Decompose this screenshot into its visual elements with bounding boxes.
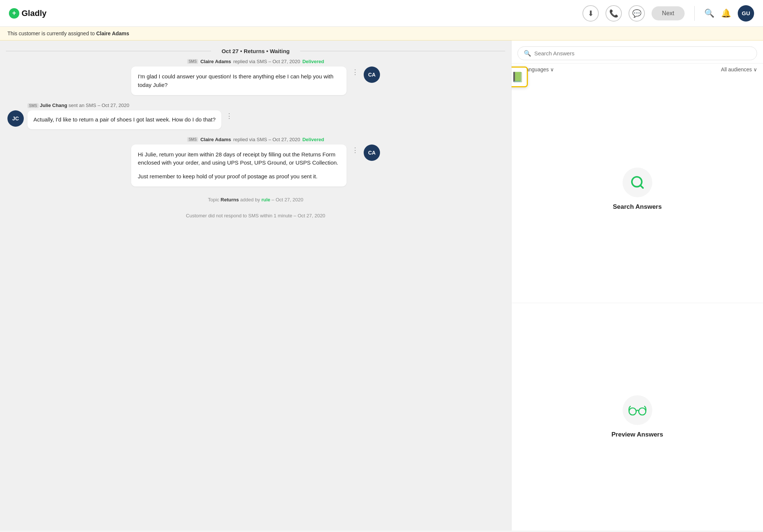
preview-icon — [623, 395, 652, 425]
message-more-btn-1[interactable]: ⋮ — [350, 66, 360, 78]
agent-name-1: Claire Adams — [200, 59, 231, 64]
system-message-2: Customer did not respond to SMS within 1… — [7, 213, 504, 218]
preview-title: Preview Answers — [611, 431, 663, 438]
topic-name: Returns — [221, 197, 239, 202]
svg-point-2 — [629, 408, 636, 415]
message-more-btn-2[interactable]: ⋮ — [224, 110, 234, 121]
svg-line-1 — [640, 185, 643, 188]
reply-header-3: SMS Claire Adams replied via SMS – Oct 2… — [7, 137, 504, 142]
agent-name-3: Claire Adams — [200, 137, 231, 142]
search-icon-answers: 🔍 — [524, 50, 531, 57]
messages-container: SMS Claire Adams replied via SMS – Oct 2… — [0, 59, 511, 227]
chat-icon: 💬 — [632, 9, 642, 18]
agent-avatar-1: CA — [364, 66, 380, 83]
search-empty-state: Search Answers — [512, 75, 763, 303]
logo-text: Gladly — [22, 9, 46, 18]
customer-avatar-2: JC — [7, 110, 24, 127]
logo: + Gladly — [9, 8, 46, 19]
delivered-status-3: Delivered — [302, 137, 324, 142]
search-answers-input[interactable] — [534, 50, 751, 56]
agent-bubble-1: I'm glad I could answer your question! I… — [131, 66, 347, 95]
bell-icon[interactable]: 🔔 — [721, 9, 731, 18]
svg-point-3 — [639, 408, 646, 415]
conversation-header: Oct 27 • Returns • Waiting — [0, 40, 511, 59]
filter-row: All languages ∨ All audiences ∨ — [512, 64, 763, 75]
assigned-agent-name: Claire Adams — [96, 30, 129, 36]
right-panel: 📗 🔍 All languages ∨ All audiences ∨ — [511, 40, 763, 531]
agent-message-text-3b: Just remember to keep hold of your proof… — [138, 172, 340, 181]
sms-label-3: SMS — [187, 137, 198, 142]
chevron-down-icon-2: ∨ — [753, 66, 757, 72]
customer-banner: This customer is currently assigned to C… — [0, 27, 763, 40]
header-line-left — [6, 51, 211, 51]
customer-bubble-2: Actually, I'd like to return a pair of s… — [27, 110, 221, 129]
header-line-right — [300, 51, 505, 51]
top-navigation: + Gladly ⬇ 📞 💬 Next 🔍 🔔 GU — [0, 0, 763, 27]
user-avatar-nav[interactable]: GU — [738, 5, 754, 22]
agent-message-row-1: I'm glad I could answer your question! I… — [7, 66, 504, 95]
main-layout: Oct 27 • Returns • Waiting SMS Claire Ad… — [0, 40, 763, 531]
search-empty-title: Search Answers — [613, 203, 662, 211]
book-icon: 📗 — [512, 71, 523, 83]
next-button[interactable]: Next — [652, 6, 685, 20]
message-1: SMS Claire Adams replied via SMS – Oct 2… — [7, 59, 504, 95]
system-message-1: Topic Returns added by rule – Oct 27, 20… — [7, 197, 504, 202]
agent-message-text-1: I'm glad I could answer your question! I… — [138, 73, 334, 88]
nav-icons-group: ⬇ 📞 💬 Next 🔍 🔔 GU — [582, 5, 754, 22]
chat-icon-btn[interactable]: 💬 — [629, 5, 645, 22]
message-more-btn-3[interactable]: ⋮ — [350, 145, 360, 156]
search-icon-nav[interactable]: 🔍 — [704, 9, 714, 18]
message-3: SMS Claire Adams replied via SMS – Oct 2… — [7, 137, 504, 188]
phone-icon: 📞 — [609, 9, 618, 18]
agent-bubble-3: Hi Julie, return your item within 28 day… — [131, 145, 347, 187]
message-2: SMS Julie Chang sent an SMS – Oct 27, 20… — [7, 103, 504, 129]
reply-header-1: SMS Claire Adams replied via SMS – Oct 2… — [7, 59, 504, 64]
agent-message-row-3: Hi Julie, return your item within 28 day… — [7, 145, 504, 188]
chevron-down-icon: ∨ — [550, 66, 554, 72]
chat-panel: Oct 27 • Returns • Waiting SMS Claire Ad… — [0, 40, 511, 531]
rule-link[interactable]: rule — [262, 197, 270, 202]
customer-message-text-2: Actually, I'd like to return a pair of s… — [33, 116, 215, 123]
search-input-wrapper: 🔍 — [517, 46, 757, 60]
search-empty-icon — [623, 168, 652, 197]
nav-divider — [694, 6, 695, 21]
delivered-status-1: Delivered — [302, 59, 324, 64]
preview-state: Preview Answers — [512, 303, 763, 531]
download-icon-btn[interactable]: ⬇ — [582, 5, 599, 22]
search-bar-area: 🔍 — [512, 40, 763, 64]
agent-message-text-3a: Hi Julie, return your item within 28 day… — [138, 150, 340, 167]
logo-icon: + — [9, 8, 19, 19]
agent-avatar-3: CA — [364, 145, 380, 161]
customer-header-2: SMS Julie Chang sent an SMS – Oct 27, 20… — [7, 103, 504, 108]
audience-filter[interactable]: All audiences ∨ — [721, 66, 757, 72]
conversation-title: Oct 27 • Returns • Waiting — [221, 48, 289, 54]
sms-label-1: SMS — [187, 59, 198, 64]
download-icon: ⬇ — [588, 9, 594, 18]
customer-bubble-wrapper: Actually, I'd like to return a pair of s… — [27, 110, 234, 129]
sms-label-2: SMS — [27, 103, 39, 108]
customer-message-row-2: JC Actually, I'd like to return a pair o… — [7, 110, 504, 129]
phone-icon-btn[interactable]: 📞 — [605, 5, 622, 22]
customer-name-2: Julie Chang — [40, 103, 67, 108]
knowledge-base-toggle[interactable]: 📗 — [511, 66, 528, 87]
